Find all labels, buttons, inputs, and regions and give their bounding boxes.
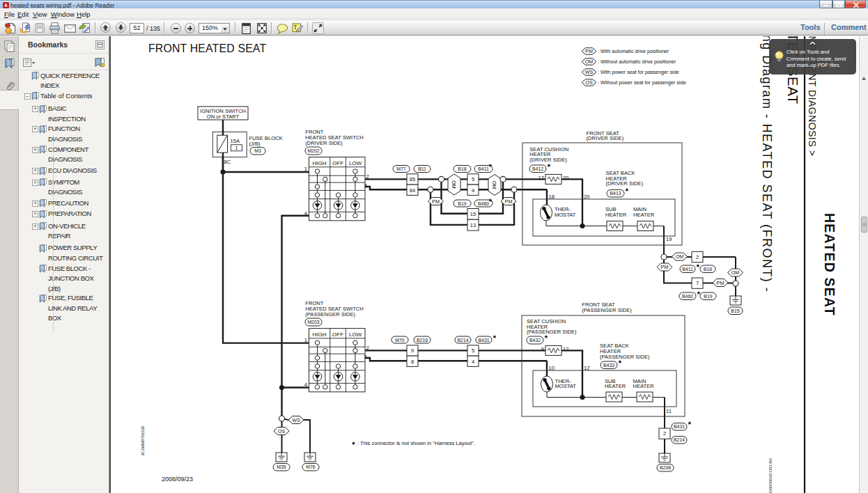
svg-text:OS: OS — [278, 428, 286, 435]
svg-text:JCJWM0701GB: JCJWM0701GB — [141, 426, 145, 456]
svg-text:M203: M203 — [307, 320, 319, 324]
svg-text:B11: B11 — [418, 166, 426, 171]
svg-text:★: ★ — [488, 162, 493, 169]
svg-text:B18: B18 — [458, 166, 466, 171]
svg-text:84: 84 — [410, 187, 415, 194]
svg-text:: Without power seat for passe: : Without power seat for passenger side — [598, 79, 686, 86]
svg-text:9: 9 — [541, 346, 544, 352]
svg-text:M77: M77 — [396, 166, 406, 171]
svg-text:3: 3 — [364, 182, 367, 189]
svg-text:M3: M3 — [254, 148, 261, 153]
svg-text:20: 20 — [584, 194, 589, 200]
svg-text:11: 11 — [666, 408, 672, 414]
svg-text:(PASSENGER SIDE): (PASSENGER SIDE) — [527, 329, 577, 335]
svg-text:: With automatic drive positio: : With automatic drive positioner — [598, 48, 669, 54]
svg-text:15A: 15A — [231, 138, 240, 144]
svg-text:M202: M202 — [307, 148, 319, 153]
svg-text:HEATED SEAT: HEATED SEAT — [822, 213, 837, 316]
svg-text:(DRIVER SIDE): (DRIVER SIDE) — [587, 135, 624, 141]
svg-text:PM: PM — [505, 198, 513, 205]
svg-text:(DRIVER SIDE): (DRIVER SIDE) — [606, 180, 644, 187]
svg-text:OM: OM — [585, 58, 594, 65]
svg-text:12: 12 — [563, 346, 568, 352]
svg-text:OM: OM — [491, 181, 497, 189]
svg-text:B18: B18 — [704, 267, 712, 272]
svg-text:4: 4 — [304, 382, 307, 388]
svg-text:2: 2 — [366, 345, 369, 351]
svg-text:12: 12 — [584, 365, 589, 371]
svg-text:(PASSENGER SIDE): (PASSENGER SIDE) — [600, 354, 650, 360]
svg-text:★: ★ — [696, 263, 701, 269]
svg-text:2008/09/23: 2008/09/23 — [162, 476, 193, 483]
svg-text:(PASSENGER SIDE): (PASSENGER SIDE) — [582, 307, 632, 313]
svg-text:B431: B431 — [478, 338, 489, 343]
svg-text:★ : This connector is not show: ★ : This connector is not shown in "Harn… — [351, 440, 475, 446]
svg-text:B412: B412 — [532, 166, 543, 171]
svg-text:PM: PM — [585, 48, 593, 54]
svg-text:4: 4 — [304, 210, 307, 217]
svg-text:19: 19 — [666, 236, 672, 242]
svg-text:M76: M76 — [306, 464, 316, 469]
svg-text:17: 17 — [538, 175, 544, 181]
svg-text:(DRIVER SIDE): (DRIVER SIDE) — [305, 140, 343, 146]
svg-text:7: 7 — [696, 280, 699, 286]
svg-text:B413: B413 — [610, 191, 621, 196]
svg-text:8: 8 — [411, 359, 414, 365]
svg-text:1: 1 — [235, 146, 238, 150]
svg-text:HEATER: HEATER — [605, 212, 627, 218]
svg-text:13: 13 — [470, 222, 476, 228]
svg-text:B432: B432 — [529, 338, 541, 343]
svg-text:4: 4 — [472, 359, 474, 365]
svg-text:B431: B431 — [674, 424, 685, 429]
svg-text:18: 18 — [549, 194, 555, 200]
svg-text:5: 5 — [472, 347, 474, 354]
svg-text:: With power seat for passenge: : With power seat for passenger side — [598, 69, 679, 75]
svg-text:15: 15 — [470, 211, 476, 217]
svg-text:20: 20 — [563, 175, 568, 181]
svg-text:INFOID:0000000003643081: INFOID:0000000003643081 — [768, 458, 773, 493]
svg-text:★: ★ — [493, 334, 497, 340]
svg-text:OS: OS — [585, 79, 593, 86]
svg-text:B460: B460 — [682, 294, 693, 299]
svg-text:1: 1 — [304, 337, 307, 343]
svg-text:B216: B216 — [417, 338, 428, 343]
svg-text:Wiring Diagram - HEATED SEAT (: Wiring Diagram - HEATED SEAT (FRONT) - — [760, 36, 774, 292]
svg-text:M35: M35 — [277, 464, 286, 469]
svg-text:9: 9 — [411, 347, 414, 354]
svg-text:MOSTAT: MOSTAT — [555, 212, 576, 218]
svg-text:PM: PM — [661, 264, 669, 270]
svg-text:HEATER: HEATER — [633, 383, 655, 389]
svg-text:B19: B19 — [704, 294, 712, 299]
svg-text:FRONT HEATED SEAT: FRONT HEATED SEAT — [148, 42, 266, 54]
svg-text:PM: PM — [432, 198, 440, 205]
svg-text:(DRIVER SIDE): (DRIVER SIDE) — [529, 157, 567, 163]
svg-text:B19: B19 — [458, 201, 466, 206]
svg-text:PM: PM — [717, 280, 724, 286]
svg-text:B214: B214 — [674, 437, 685, 442]
svg-text:10: 10 — [549, 365, 555, 371]
svg-text:8C: 8C — [224, 159, 231, 165]
svg-text:B411: B411 — [682, 267, 693, 272]
svg-text:1: 1 — [304, 166, 307, 172]
svg-text:85: 85 — [410, 176, 415, 182]
svg-text:: Without automatic drive posi: : Without automatic drive positioner — [598, 58, 676, 65]
svg-text:B214: B214 — [457, 338, 468, 343]
svg-text:ON or START: ON or START — [207, 114, 240, 120]
svg-text:OM: OM — [451, 180, 457, 189]
svg-text:WS: WS — [292, 417, 300, 423]
svg-text:B208: B208 — [660, 465, 671, 470]
svg-text:(J/B): (J/B) — [249, 141, 261, 147]
svg-text:WS: WS — [585, 69, 594, 75]
svg-text:OM: OM — [731, 269, 740, 276]
svg-text:HEATER: HEATER — [633, 212, 655, 218]
svg-text:HEATER: HEATER — [605, 383, 626, 389]
svg-text:3: 3 — [364, 354, 367, 360]
svg-text:★: ★ — [625, 187, 630, 193]
svg-text:★: ★ — [688, 420, 692, 426]
svg-text:2: 2 — [696, 254, 699, 260]
svg-text:OM: OM — [676, 253, 684, 260]
svg-text:2: 2 — [663, 430, 666, 437]
svg-text:★: ★ — [488, 197, 493, 203]
svg-text:MOSTAT: MOSTAT — [555, 383, 577, 389]
svg-text:2: 2 — [366, 173, 369, 180]
